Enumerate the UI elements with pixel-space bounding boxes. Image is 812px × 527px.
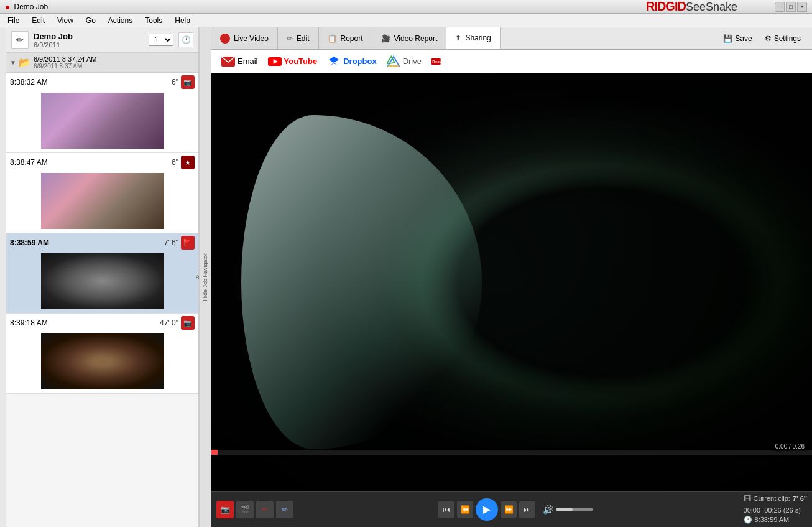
sharing-icon: ⬆ <box>455 34 461 42</box>
clip-badge-star[interactable]: ★ <box>181 156 195 169</box>
ridgid-logo: RIDGIDSeeSnake <box>646 0 737 14</box>
clock-icon: 🕐 <box>182 35 191 44</box>
flag-icon: 🚩 <box>183 239 192 247</box>
maximize-button[interactable]: □ <box>786 2 796 12</box>
email-share-button[interactable]: Email <box>221 56 258 67</box>
connect-icon: R CONNECT <box>431 56 445 67</box>
youtube-label: YouTube <box>284 57 318 66</box>
cut-icon: ✂ <box>262 505 268 514</box>
video-area: 0:00 / 0:26 <box>211 73 812 491</box>
live-video-icon <box>220 34 230 44</box>
current-clip-label: Current clip: <box>754 494 790 503</box>
menu-edit[interactable]: Edit <box>27 15 50 26</box>
volume-control[interactable]: 🔊 <box>543 505 593 515</box>
tab-video-report[interactable]: 🎥 Video Report <box>372 27 447 49</box>
clip-thumbnail <box>41 333 164 389</box>
content-area: Live Video ✏ Edit 📋 Report 🎥 Video Repor… <box>211 27 812 527</box>
clip-timestamp: 8:38:59 AM <box>755 515 790 525</box>
clip-time: 8:38:59 AM <box>10 238 49 247</box>
folder-icon: 📂 <box>19 57 31 68</box>
star-icon: ★ <box>185 159 191 167</box>
list-item[interactable]: 8:38:32 AM 6" 📷 <box>6 73 198 153</box>
sharing-bar: Email YouTube Dropbox <box>211 50 812 73</box>
rewind-button[interactable]: ⏪ <box>457 501 473 518</box>
tab-group: Live Video ✏ Edit 📋 Report 🎥 Video Repor… <box>211 27 501 49</box>
session-header[interactable]: ▼ 📂 6/9/2011 8:37:24 AM 6/9/2011 8:37 AM <box>6 53 198 73</box>
progress-fill <box>211 450 218 455</box>
youtube-share-button[interactable]: YouTube <box>268 56 318 67</box>
svg-text:CONNECT: CONNECT <box>435 60 445 63</box>
clip-distance: 47' 0" <box>160 319 178 327</box>
volume-slider[interactable] <box>556 508 593 511</box>
clock-button[interactable]: 🕐 <box>178 32 193 47</box>
record-icon: 🎬 <box>241 505 250 514</box>
tab-live-video[interactable]: Live Video <box>211 27 278 49</box>
edit-icon: ✏ <box>16 35 24 45</box>
settings-button[interactable]: ⚙ Settings <box>761 33 805 44</box>
clip-distance: 6" <box>172 158 178 167</box>
volume-fill <box>556 508 573 511</box>
pipe-visual <box>211 73 812 491</box>
close-button[interactable]: × <box>797 2 807 12</box>
menu-go[interactable]: Go <box>81 15 101 26</box>
camera-icon: 📷 <box>183 319 192 327</box>
tab-edit[interactable]: ✏ Edit <box>278 27 319 49</box>
sidebar: ✏ Demo Job 6/9/2011 ft m 🕐 ▼ 📂 6/9/2011 … <box>6 27 199 527</box>
pen-icon: ✏ <box>282 505 288 514</box>
screenshot-button[interactable]: 📷 <box>216 501 234 518</box>
job-title: Demo Job <box>34 32 144 41</box>
session-collapse-icon: ▼ <box>10 59 16 66</box>
forward-end-button[interactable]: ⏭ <box>519 501 535 518</box>
menu-file[interactable]: File <box>2 15 24 26</box>
hide-navigator-panel[interactable]: « Hide Job Navigator « <box>199 27 211 527</box>
session-subdate: 6/9/2011 8:37 AM <box>34 63 97 70</box>
header-actions: 💾 Save ⚙ Settings <box>712 27 812 49</box>
unit-dropdown[interactable]: ft m <box>149 34 173 46</box>
annotate-button[interactable]: ✏ <box>276 501 293 518</box>
dropbox-share-button[interactable]: Dropbox <box>327 56 376 67</box>
clip-time: 8:38:47 AM <box>10 158 48 167</box>
main-container: ✏ Demo Job 6/9/2011 ft m 🕐 ▼ 📂 6/9/2011 … <box>0 27 812 527</box>
youtube-icon <box>268 56 282 67</box>
settings-icon: ⚙ <box>765 34 772 43</box>
clip-badge-camera[interactable]: 📷 <box>181 75 195 89</box>
video-content <box>211 73 812 491</box>
record-button[interactable]: 🎬 <box>236 501 254 518</box>
svg-marker-3 <box>329 57 339 66</box>
forward-button[interactable]: ⏩ <box>501 501 517 518</box>
list-item[interactable]: 8:38:47 AM 6" ★ <box>6 153 198 233</box>
tab-report[interactable]: 📋 Report <box>319 27 372 49</box>
play-icon: ▶ <box>483 503 491 515</box>
connect-share-button[interactable]: R CONNECT <box>431 56 445 67</box>
list-item[interactable]: 8:39:18 AM 47' 0" 📷 <box>6 314 198 394</box>
clip-badge-camera2[interactable]: 📷 <box>181 316 195 330</box>
clip-badge-flag[interactable]: 🚩 <box>181 236 195 250</box>
list-item[interactable]: 8:38:59 AM 7' 6" 🚩 <box>6 233 198 314</box>
clip-time: 8:39:18 AM <box>10 319 48 327</box>
email-icon <box>221 56 235 67</box>
current-clip-distance: 7' 6" <box>793 494 807 503</box>
edit-tab-icon: ✏ <box>287 34 293 43</box>
save-button[interactable]: 💾 Save <box>719 33 755 44</box>
film-icon: 🎞 <box>744 494 751 505</box>
drive-share-button[interactable]: Drive <box>387 56 422 67</box>
menu-actions[interactable]: Actions <box>103 15 137 26</box>
minimize-button[interactable]: – <box>775 2 785 12</box>
time-display: 0:00 / 0:26 <box>773 442 807 451</box>
clip-info: 🎞 Current clip: 7' 6" 00:00–00:26 (26 s)… <box>744 494 807 525</box>
play-pause-button[interactable]: ▶ <box>476 498 498 521</box>
menu-help[interactable]: Help <box>170 15 195 26</box>
tab-sharing[interactable]: ⬆ Sharing <box>446 27 500 49</box>
collapse-arrows-bottom: « <box>193 275 202 279</box>
edit-job-button[interactable]: ✏ <box>11 31 29 49</box>
menu-view[interactable]: View <box>52 15 78 26</box>
menu-bar: File Edit View Go Actions Tools Help <box>0 14 812 27</box>
clip-list: 8:38:32 AM 6" 📷 8:38:47 AM <box>6 73 198 527</box>
sidebar-header: ✏ Demo Job 6/9/2011 ft m 🕐 <box>6 27 198 53</box>
progress-bar[interactable] <box>211 450 812 455</box>
cut-button[interactable]: ✂ <box>256 501 274 518</box>
rewind-start-button[interactable]: ⏮ <box>438 501 454 518</box>
dropbox-icon <box>327 56 341 67</box>
menu-tools[interactable]: Tools <box>140 15 167 26</box>
camera-ctrl-icon: 📷 <box>221 505 230 514</box>
